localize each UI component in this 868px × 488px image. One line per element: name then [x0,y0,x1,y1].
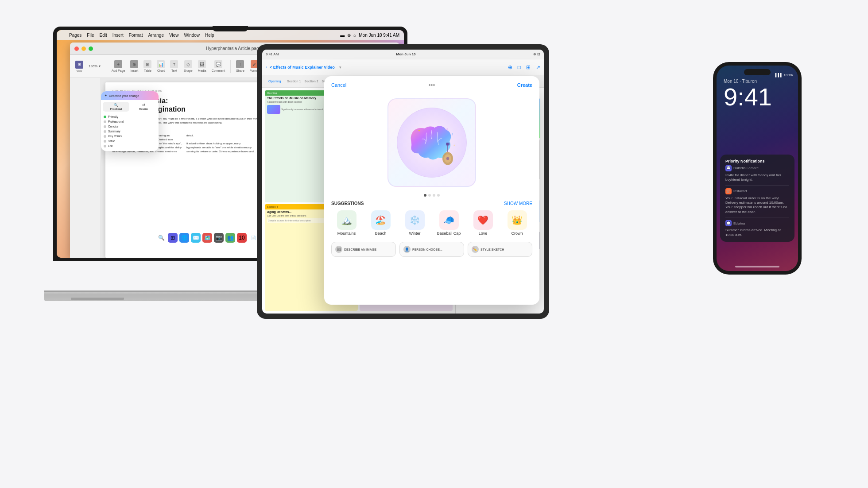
style-sketch-btn[interactable]: ✏️ STYLE SKETCH [468,242,532,257]
shape-btn[interactable]: ◇ Shape [182,59,194,73]
suggestion-beach[interactable]: 🏖️ Beach [365,210,396,236]
ipad-back-label[interactable]: < Effects of Music Explainer Video [270,65,335,70]
menu-file[interactable]: File [87,33,94,38]
suggestion-love[interactable]: ❤️ Love [468,210,498,236]
proofread-label: Proofread [110,108,122,110]
sparkle-icon: ✦ [105,94,107,97]
menu-format[interactable]: Format [129,33,143,38]
suggestion-winter[interactable]: ❄️ Winter [399,210,430,236]
macbook-foot-left [71,298,124,300]
ipad-nav-dropdown[interactable]: ▾ [339,65,341,70]
dock-photos[interactable]: 📷 [214,233,224,243]
modal-image-area: ♪ ♩ ♫ ✦ ✦ [324,94,539,191]
ipad-screen: 9:41 AM Mon Jun 10 ⊕ ⊡ ‹ < Effects of Mu… [262,50,544,314]
modal-cancel-btn[interactable]: Cancel [331,82,346,88]
media-btn[interactable]: 🖼 Media [196,59,208,73]
ipad: 9:41 AM Mon Jun 10 ⊕ ⊡ ‹ < Effects of Mu… [257,44,549,319]
share-btn[interactable]: ↑ Share [234,59,246,73]
priority-notification-card[interactable]: Priority Notifications 💬 Isabella Lamare… [720,155,794,242]
insert-btn[interactable]: ⊕ Insert [128,59,140,73]
dock-contacts[interactable]: 👥 [225,233,235,243]
menu-edit[interactable]: Edit [99,33,107,38]
mountains-icon: 🏔️ [337,210,356,230]
dock-finder[interactable]: 🔍 [156,233,166,243]
ai-option-keypoints[interactable]: Key Points [104,134,156,139]
search-icon[interactable]: ⌕ [353,33,356,38]
chart-btn[interactable]: 📊 Chart [155,59,167,73]
iphone-dynamic-island [744,69,771,75]
person-option-label: PERSON CHOOSE... [412,248,442,251]
iphone: ▌▌▌ 100% Mon 10 · Tiburon 9:41 Priority … [713,62,802,275]
suggestion-baseball-cap[interactable]: 🧢 Baseball Cap [434,210,464,236]
menu-insert[interactable]: Insert [112,33,124,38]
show-more-btn[interactable]: SHOW MORE [504,201,532,206]
dock-safari[interactable]: 🌐 [179,233,189,243]
pages-window-title: Hyperphantasia Article.pages [206,46,264,51]
ipad-toolbar-icon-2[interactable]: □ [518,64,521,70]
view-btn[interactable]: ⊞ View [74,60,85,73]
dot-2 [428,194,431,197]
proofread-icon: 🔍 [114,103,118,107]
notif-app-3: Edwina [733,221,789,225]
text-btn[interactable]: T Text [168,59,180,73]
table-btn[interactable]: ⊞ Table [142,59,153,73]
dock-launchpad[interactable]: ⊞ [168,233,178,243]
ai-options: Friendly Professional Concise [101,113,159,151]
menu-arrange[interactable]: Arrange [148,33,164,38]
menu-view[interactable]: View [169,33,179,38]
menu-window[interactable]: Window [184,33,200,38]
describe-image-icon: 🖼 [335,246,342,253]
notif-app-2: Instacart [733,189,789,193]
minimize-button[interactable] [81,46,86,51]
ai-option-list[interactable]: List [104,143,156,148]
dock-mail[interactable]: ✉️ [191,233,201,243]
rewrite-tab[interactable]: ↺ Rewrite [130,102,157,112]
menu-help[interactable]: Help [205,33,214,38]
zoom-btn[interactable]: 136% ▾ [87,63,102,69]
menubar-datetime: Mon Jun 10 9:41 AM [359,33,399,38]
ai-option-summary[interactable]: Summary [104,129,156,134]
rewrite-label: Rewrite [139,108,148,110]
ai-option-table[interactable]: Table [104,139,156,143]
toolbar-group-insert: + Add Page ⊕ Insert ⊞ Table [110,59,227,73]
add-page-btn[interactable]: + Add Page [110,59,127,73]
describe-image-btn[interactable]: 🖼 DESCRIBE AN IMAGE [331,242,396,257]
svg-text:✦: ✦ [418,129,421,133]
modal-create-btn[interactable]: Create [517,82,532,88]
close-button[interactable] [74,46,79,51]
maximize-button[interactable] [89,46,93,51]
ai-writing-popup: ✦ Describe your change 🔍 Proofread [101,91,159,151]
modal-suggestions-grid: 🏔️ Mountains 🏖️ Beach ❄️ Winter 🧢 [324,208,539,238]
winter-icon: ❄️ [405,210,425,230]
ai-option-professional[interactable]: Professional [104,119,156,124]
priority-header: Priority Notifications [725,159,789,163]
wifi-icon: ⊕ [347,33,351,38]
notif-icon-messages-3: 💬 [725,220,732,226]
modal-more-btn[interactable]: ••• [429,81,435,89]
dock-maps[interactable]: 🗺️ [202,233,212,243]
ipad-back-arrow[interactable]: ‹ [266,65,267,70]
person-choose-btn[interactable]: 👤 PERSON CHOOSE... [399,242,464,257]
rewrite-icon: ↺ [142,103,145,107]
suggestion-crown[interactable]: 👑 Crown [502,210,532,236]
dot-1 [424,194,426,197]
ipad-toolbar-icon-1[interactable]: ⊕ [508,64,512,70]
macbook-notch [213,26,248,31]
dock-calendar[interactable]: 10 [237,233,247,243]
section-opening[interactable]: Opening [266,78,283,84]
suggestion-mountains[interactable]: 🏔️ Mountains [331,210,362,236]
proofread-tab[interactable]: 🔍 Proofread [103,102,129,112]
iphone-home-indicator [735,266,779,267]
battery-icon: ▬ [340,33,345,38]
macbook-menubar: Pages File Edit Insert Format Arrange Vi… [57,30,404,40]
person-icon: 👤 [403,246,411,253]
ai-option-concise[interactable]: Concise [104,124,156,129]
ipad-toolbar-icon-3[interactable]: ⊞ [526,64,531,70]
notif-header-3: 💬 Edwina [725,220,789,226]
menu-pages[interactable]: Pages [69,33,81,38]
comment-btn[interactable]: 💬 Comment [210,59,227,73]
ai-option-friendly[interactable]: Friendly [104,114,156,119]
ipad-toolbar-icon-4[interactable]: ↗ [536,64,540,70]
notif-header-1: 💬 Isabella Lamare [725,165,789,171]
notif-icon-instacart: 🛒 [725,188,732,194]
